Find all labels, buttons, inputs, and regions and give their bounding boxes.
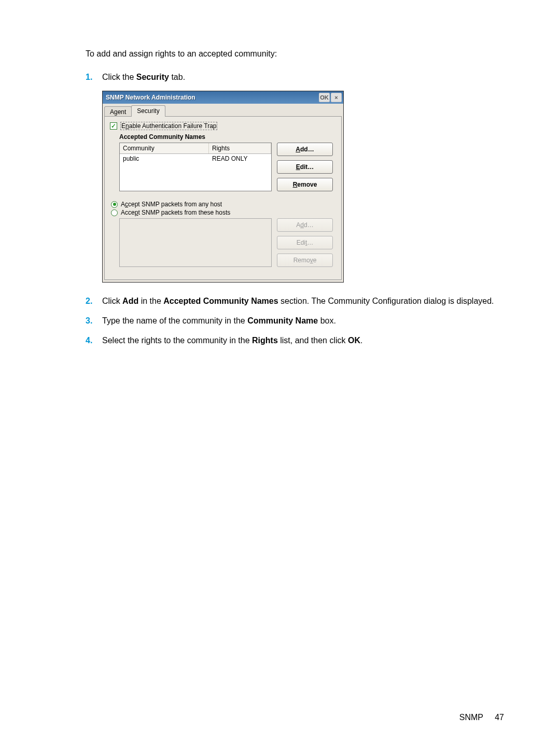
list-row[interactable]: public READ ONLY xyxy=(120,154,271,163)
radio-any-host[interactable]: Accept SNMP packets from any host xyxy=(111,201,336,208)
cell-community: public xyxy=(120,154,209,163)
footer-label: SNMP xyxy=(459,713,483,722)
radio-these-hosts[interactable]: Accept SNMP packets from these hosts xyxy=(111,209,336,216)
title-bar: SNMP Network Administration OK × xyxy=(103,91,343,104)
radio-any-label: Accept SNMP packets from any host xyxy=(121,201,222,208)
footer-page-number: 47 xyxy=(495,713,504,722)
dialog-screenshot: SNMP Network Administration OK × Agent S… xyxy=(102,91,344,283)
list-header: Community Rights xyxy=(120,143,271,154)
edit-button[interactable]: Edit… xyxy=(277,160,333,174)
hosts-listbox xyxy=(119,218,272,267)
step-text: Select the rights to the community in th… xyxy=(102,334,508,347)
step-number: 4. xyxy=(86,334,102,347)
tab-strip: Agent Security xyxy=(103,104,343,117)
col-community: Community xyxy=(120,143,209,153)
step-number: 3. xyxy=(86,315,102,327)
page-footer: SNMP 47 xyxy=(459,713,504,722)
step-text: Click the Security tab. xyxy=(102,71,508,83)
radio-icon xyxy=(111,209,118,216)
step-3: 3. Type the name of the community in the… xyxy=(86,315,508,327)
window-title: SNMP Network Administration xyxy=(106,94,318,101)
enable-trap-label: Enable Authentication Failure Trap xyxy=(120,122,217,130)
accepted-names-heading: Accepted Community Names xyxy=(119,133,336,140)
intro-text: To add and assign rights to an accepted … xyxy=(86,49,508,59)
step-number: 2. xyxy=(86,295,102,307)
ok-button[interactable]: OK xyxy=(319,93,330,102)
hosts-remove-button: Remove xyxy=(277,254,333,267)
add-button[interactable]: Add… xyxy=(277,143,333,156)
step-2: 2. Click Add in the Accepted Community N… xyxy=(86,295,508,307)
checkbox-icon[interactable]: ✓ xyxy=(110,122,117,130)
radio-icon xyxy=(111,201,118,208)
radio-these-label: Accept SNMP packets from these hosts xyxy=(121,209,230,216)
enable-trap-row[interactable]: ✓ Enable Authentication Failure Trap xyxy=(110,122,336,130)
step-text: Click Add in the Accepted Community Name… xyxy=(102,295,508,307)
hosts-add-button: Add… xyxy=(277,218,333,232)
community-listbox[interactable]: Community Rights public READ ONLY xyxy=(119,143,272,191)
col-rights: Rights xyxy=(209,143,271,153)
cell-rights: READ ONLY xyxy=(209,154,271,163)
step-text: Type the name of the community in the Co… xyxy=(102,315,508,327)
security-panel: ✓ Enable Authentication Failure Trap Acc… xyxy=(104,116,342,280)
tab-security[interactable]: Security xyxy=(131,105,165,117)
hosts-edit-button: Edit… xyxy=(277,236,333,249)
step-4: 4. Select the rights to the community in… xyxy=(86,334,508,347)
step-number: 1. xyxy=(86,71,102,83)
step-1: 1. Click the Security tab. xyxy=(86,71,508,83)
close-icon[interactable]: × xyxy=(331,93,342,102)
remove-button[interactable]: Remove xyxy=(277,178,333,191)
